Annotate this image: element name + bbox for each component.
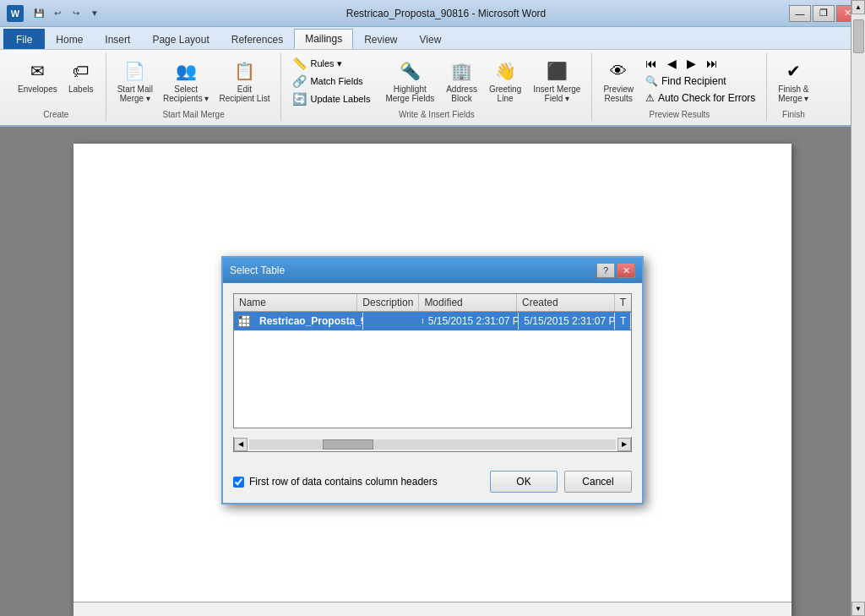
address-block-button[interactable]: 🏢 AddressBlock xyxy=(442,55,481,106)
dialog-body: Name Description Modified Created T xyxy=(223,283,642,471)
last-record-btn[interactable]: ⏭ xyxy=(702,55,722,72)
preview-results-button[interactable]: 👁 PreviewResults xyxy=(599,55,638,106)
greeting-line-button[interactable]: 👋 GreetingLine xyxy=(485,55,525,106)
col-type: T xyxy=(615,294,631,311)
minimize-btn[interactable]: — xyxy=(789,5,811,22)
envelopes-button[interactable]: ✉ Envelopes xyxy=(14,55,62,96)
scroll-track-v xyxy=(851,14,865,602)
find-recipient-icon: 🔍 xyxy=(645,75,658,87)
table-container: Name Description Modified Created T xyxy=(233,293,632,428)
scroll-left-btn[interactable]: ◀ xyxy=(234,438,248,451)
scroll-right-btn[interactable]: ▶ xyxy=(617,438,631,451)
col-modified: Modified xyxy=(419,294,517,311)
ok-button[interactable]: OK xyxy=(490,471,558,493)
envelopes-label: Envelopes xyxy=(18,84,57,94)
dialog-overlay: Select Table ? ✕ Name Description xyxy=(73,144,792,616)
document-page: Select Table ? ✕ Name Description xyxy=(73,144,792,616)
highlight-merge-label: HighlightMerge Fields xyxy=(385,84,434,103)
tab-mailings[interactable]: Mailings xyxy=(294,29,353,49)
select-recipients-button[interactable]: 👥 SelectRecipients ▾ xyxy=(159,55,213,106)
tab-home[interactable]: Home xyxy=(45,29,94,49)
insert-merge-field-icon: ⬛ xyxy=(543,57,570,84)
match-fields-button[interactable]: 🔗 Match Fields xyxy=(288,73,374,90)
table-row[interactable]: Restricao_Proposta_90816$ 5/15/2015 2:31… xyxy=(234,312,631,331)
next-record-btn[interactable]: ▶ xyxy=(683,55,700,72)
start-mail-merge-icon: 📄 xyxy=(122,57,149,84)
labels-icon: 🏷 xyxy=(68,57,95,84)
scroll-down-btn[interactable]: ▼ xyxy=(851,602,865,616)
word-icon: W xyxy=(7,5,24,22)
scroll-up-btn[interactable]: ▲ xyxy=(851,0,865,14)
tab-file[interactable]: File xyxy=(3,29,45,49)
scroll-thumb[interactable] xyxy=(323,439,373,450)
row-icon xyxy=(237,313,252,329)
dialog-buttons: OK Cancel xyxy=(490,471,632,493)
create-buttons: ✉ Envelopes 🏷 Labels xyxy=(14,55,99,96)
ribbon-group-start-mail-merge: 📄 Start MailMerge ▾ 👥 SelectRecipients ▾… xyxy=(106,53,282,121)
edit-recipient-list-button[interactable]: 📋 EditRecipient List xyxy=(215,55,274,106)
find-recipient-button[interactable]: 🔍 Find Recipient xyxy=(641,74,759,89)
tab-view[interactable]: View xyxy=(409,29,453,49)
edit-recipient-list-label: EditRecipient List xyxy=(219,84,269,103)
save-btn[interactable]: 💾 xyxy=(30,5,47,22)
start-mail-merge-buttons: 📄 Start MailMerge ▾ 👥 SelectRecipients ▾… xyxy=(113,55,275,106)
ribbon-group-create: ✉ Envelopes 🏷 Labels Create xyxy=(7,53,106,121)
dialog-help-btn[interactable]: ? xyxy=(596,263,615,278)
cancel-button[interactable]: Cancel xyxy=(564,471,632,493)
labels-button[interactable]: 🏷 Labels xyxy=(63,55,99,96)
restore-btn[interactable]: ❐ xyxy=(813,5,835,22)
start-mail-merge-group-label: Start Mail Merge xyxy=(162,110,224,119)
finish-group-label: Finish xyxy=(782,110,805,119)
finish-merge-button[interactable]: ✔ Finish &Merge ▾ xyxy=(774,55,813,106)
match-fields-icon: 🔗 xyxy=(292,74,307,88)
prev-record-btn[interactable]: ◀ xyxy=(663,55,681,72)
tab-references[interactable]: References xyxy=(220,29,294,49)
ribbon-group-finish: ✔ Finish &Merge ▾ Finish xyxy=(767,53,819,121)
select-table-dialog: Select Table ? ✕ Name Description xyxy=(221,256,644,504)
start-mail-merge-label: Start MailMerge ▾ xyxy=(117,84,153,103)
first-record-btn[interactable]: ⏮ xyxy=(641,55,661,72)
highlight-merge-button[interactable]: 🔦 HighlightMerge Fields xyxy=(381,55,438,106)
row-type: T xyxy=(615,313,631,330)
row-description xyxy=(363,319,423,324)
first-row-checkbox[interactable] xyxy=(233,477,244,488)
address-block-label: AddressBlock xyxy=(446,84,477,103)
title-bar: W 💾 ↩ ↪ ▼ Restricao_Proposta_90816 - Mic… xyxy=(0,0,865,27)
tab-review[interactable]: Review xyxy=(353,29,408,49)
undo-btn[interactable]: ↩ xyxy=(49,5,66,22)
select-recipients-label: SelectRecipients ▾ xyxy=(163,84,209,103)
col-description: Description xyxy=(357,294,419,311)
preview-results-label: PreviewResults xyxy=(603,84,634,103)
match-fields-label: Match Fields xyxy=(310,76,362,86)
labels-label: Labels xyxy=(68,84,93,94)
rules-button[interactable]: 📏 Rules ▾ xyxy=(288,55,374,72)
auto-check-label: Auto Check for Errors xyxy=(658,92,755,104)
qa-dropdown-btn[interactable]: ▼ xyxy=(86,5,103,22)
col-name: Name xyxy=(234,294,357,311)
ribbon-group-write-insert: 📏 Rules ▾ 🔗 Match Fields 🔄 Update Labels… xyxy=(281,53,592,121)
col-created: Created xyxy=(517,294,615,311)
checkbox-row: First row of data contains column header… xyxy=(233,476,438,488)
dialog-title-bar: Select Table ? ✕ xyxy=(223,258,642,283)
envelope-icon: ✉ xyxy=(24,57,51,84)
vertical-scrollbar[interactable]: ▲ ▼ xyxy=(851,0,865,616)
finish-merge-icon: ✔ xyxy=(780,57,807,84)
window-title: Restricao_Proposta_90816 - Microsoft Wor… xyxy=(103,8,789,19)
document-container: Select Table ? ✕ Name Description xyxy=(0,127,865,616)
redo-btn[interactable]: ↪ xyxy=(68,5,84,22)
tab-pagelayout[interactable]: Page Layout xyxy=(141,29,220,49)
quick-access-toolbar: 💾 ↩ ↪ ▼ xyxy=(30,5,103,22)
ribbon: File Home Insert Page Layout References … xyxy=(0,27,865,127)
scroll-thumb-v[interactable] xyxy=(853,19,864,53)
dialog-close-btn[interactable]: ✕ xyxy=(617,263,635,278)
tab-insert[interactable]: Insert xyxy=(94,29,141,49)
address-block-icon: 🏢 xyxy=(449,57,476,84)
preview-results-icon: 👁 xyxy=(605,57,632,84)
auto-check-button[interactable]: ⚠ Auto Check for Errors xyxy=(641,90,759,106)
update-labels-button[interactable]: 🔄 Update Labels xyxy=(288,90,374,107)
grid-icon xyxy=(238,315,250,327)
start-mail-merge-button[interactable]: 📄 Start MailMerge ▾ xyxy=(113,55,157,106)
insert-merge-field-button[interactable]: ⬛ Insert MergeField ▾ xyxy=(529,55,585,106)
greeting-line-icon: 👋 xyxy=(492,57,519,84)
h-scrollbar[interactable]: ◀ ▶ xyxy=(233,437,632,452)
